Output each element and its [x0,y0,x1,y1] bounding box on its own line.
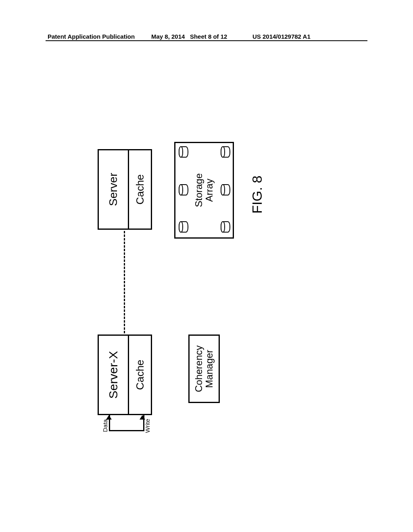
disk-icon [221,221,230,233]
data-write-loop [109,415,144,431]
server-cache-label: Cache [134,174,146,204]
dashed-connector [124,231,125,333]
server-cache-box: Cache [128,149,152,230]
server-label: Server [107,173,120,206]
server-x-cache-label: Cache [134,360,146,390]
server-x-box: Server-X [98,335,129,415]
coherency-manager-label: Coherency Manager [194,345,215,392]
header-rule [46,40,367,41]
disk-icon [179,221,188,233]
disk-icon [221,184,230,195]
storage-array-box: Storage Array [174,142,234,239]
storage-array-label: Storage Array [194,173,215,207]
server-x-label: Server-X [106,351,120,399]
header-publication: Patent Application Publication [48,33,135,40]
write-arrow-label: Write [144,419,151,433]
disk-icon [221,146,230,158]
header-pubno: US 2014/0129782 A1 [252,33,311,40]
figure-8: Server-X Cache Server Cache Data Write C… [57,77,356,480]
disk-icon [179,146,188,158]
server-box: Server [98,149,129,230]
figure-label: FIG. 8 [249,176,265,214]
data-arrow-label: Data [102,419,108,432]
header-date-sheet: May 8, 2014 Sheet 8 of 12 [151,33,227,40]
coherency-manager-box: Coherency Manager [188,335,220,403]
server-x-cache-box: Cache [128,335,152,415]
disk-icon [179,184,188,195]
